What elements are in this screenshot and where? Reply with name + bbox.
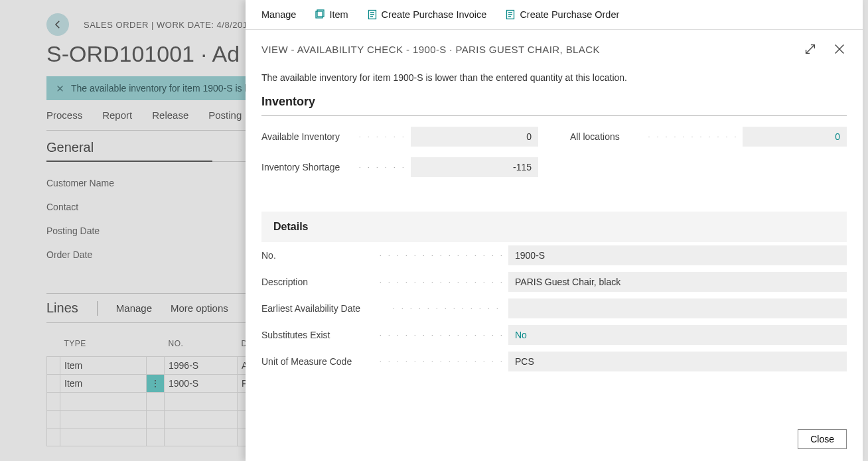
detail-no-label: No. <box>261 250 374 261</box>
detail-desc-label: Description <box>261 277 374 287</box>
detail-uom-label: Unit of Measure Code <box>261 356 374 367</box>
available-inventory-value[interactable]: 0 <box>411 127 538 147</box>
toolbar-manage[interactable]: Manage <box>261 9 296 20</box>
lines-manage[interactable]: Manage <box>116 302 152 314</box>
field-posting-date: Posting Date <box>46 219 246 243</box>
available-inventory-label: Available Inventory <box>261 131 355 142</box>
field-order-date: Order Date <box>46 243 246 267</box>
section-general[interactable]: General <box>46 131 212 162</box>
field-contact: Contact <box>46 195 246 219</box>
detail-subs-value[interactable]: No <box>508 325 847 345</box>
detail-subs-label: Substitutes Exist <box>261 330 374 340</box>
invoice-icon <box>367 9 378 20</box>
close-icon[interactable] <box>832 42 847 56</box>
action-posting[interactable]: Posting <box>208 109 242 121</box>
inventory-shortage-label: Inventory Shortage <box>261 162 355 172</box>
expand-icon[interactable] <box>803 42 818 56</box>
col-type[interactable]: TYPE <box>60 331 147 357</box>
toolbar-item[interactable]: Item <box>315 9 348 20</box>
all-locations-value[interactable]: 0 <box>743 127 847 147</box>
table-row: Item1996-SA <box>47 357 265 375</box>
banner-text: The available inventory for item 1900-S … <box>71 83 247 94</box>
col-no[interactable]: NO. <box>165 331 238 357</box>
lines-more[interactable]: More options <box>171 302 228 314</box>
toolbar-create-order[interactable]: Create Purchase Order <box>505 9 619 20</box>
availability-check-panel: Manage Item Create Purchase Invoice Crea… <box>246 0 863 461</box>
lines-title: Lines <box>46 300 78 316</box>
breadcrumb: SALES ORDER | WORK DATE: 4/8/2019 <box>84 20 253 30</box>
toolbar-create-invoice[interactable]: Create Purchase Invoice <box>367 9 487 20</box>
detail-eadate-value[interactable] <box>508 298 847 318</box>
table-row: Item ⋮ 1900-SP <box>47 375 265 393</box>
action-report[interactable]: Report <box>102 109 132 121</box>
all-locations-label: All locations <box>570 131 644 142</box>
field-customer-name: Customer Name <box>46 171 246 195</box>
row-menu-icon[interactable]: ⋮ <box>147 375 165 393</box>
detail-eadate-label: Earliest Availability Date <box>261 303 388 314</box>
action-process[interactable]: Process <box>46 109 82 121</box>
details-heading: Details <box>261 212 847 242</box>
close-button[interactable]: Close <box>798 429 847 449</box>
lines-table: TYPE NO. D Item1996-SA Item ⋮ 1900-SP <box>46 331 265 446</box>
modal-title: VIEW - AVAILABILITY CHECK - 1900-S · PAR… <box>261 44 600 55</box>
inventory-heading: Inventory <box>246 95 863 109</box>
modal-warning-text: The available inventory for item 1900-S … <box>246 60 863 95</box>
detail-no-value[interactable]: 1900-S <box>508 245 847 265</box>
order-icon <box>505 9 516 20</box>
back-button[interactable] <box>46 13 69 36</box>
modal-toolbar: Manage Item Create Purchase Invoice Crea… <box>246 0 863 30</box>
item-icon <box>315 9 325 20</box>
detail-desc-value[interactable]: PARIS Guest Chair, black <box>508 272 847 292</box>
inventory-shortage-value[interactable]: -115 <box>411 157 538 177</box>
detail-uom-value[interactable]: PCS <box>508 352 847 371</box>
action-release[interactable]: Release <box>152 109 188 121</box>
